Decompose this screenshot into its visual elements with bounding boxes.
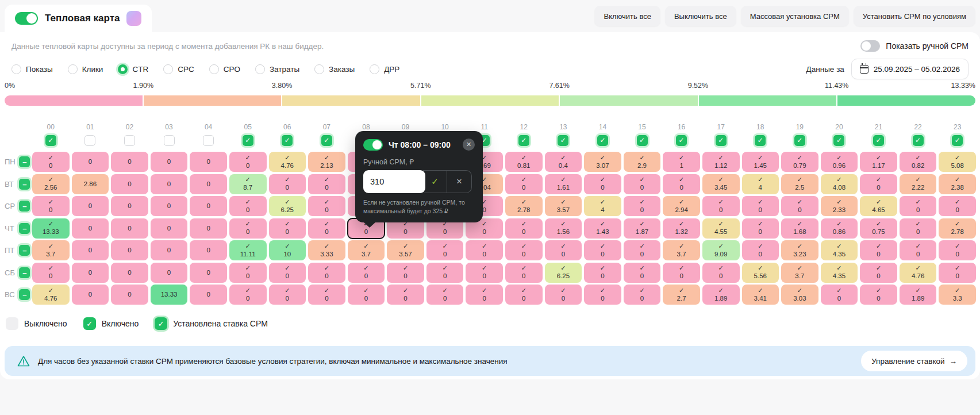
- hour-checkbox-20[interactable]: ✓: [833, 135, 844, 146]
- heatmap-cell-ПН-23[interactable]: ✓5.08: [939, 152, 976, 172]
- heatmap-cell-ПН-16[interactable]: ✓1: [663, 152, 700, 172]
- metric-radio-ctr[interactable]: CTR: [118, 64, 148, 74]
- heatmap-cell-ВТ-05[interactable]: ✓8.7: [229, 174, 267, 194]
- heatmap-cell-СР-13[interactable]: ✓3.57: [545, 196, 582, 216]
- metric-radio-заказы[interactable]: Заказы: [314, 64, 355, 74]
- heatmap-cell-ПТ-20[interactable]: ✓4.35: [821, 240, 858, 260]
- heatmap-cell-ВС-17[interactable]: ✓1.89: [702, 285, 740, 305]
- manage-bid-button[interactable]: Управление ставкой →: [861, 351, 967, 371]
- heatmap-cell-ПН-19[interactable]: ✓0.79: [781, 152, 818, 172]
- heatmap-cell-ПТ-04[interactable]: 0: [190, 240, 227, 260]
- heatmap-cell-СР-12[interactable]: ✓2.78: [505, 196, 543, 216]
- heatmap-cell-ВС-23[interactable]: ✓3.3: [939, 285, 976, 305]
- heatmap-cell-ПТ-12[interactable]: ✓0: [505, 240, 543, 260]
- manual-cpm-toggle[interactable]: [860, 40, 880, 52]
- heatmap-cell-ЧТ-01[interactable]: 0: [72, 218, 109, 239]
- metric-radio-дрр[interactable]: ДРР: [370, 64, 399, 74]
- toolbar-button-1[interactable]: Выключить все: [665, 6, 736, 26]
- date-range-picker[interactable]: 25.09.2025 – 05.02.2026: [851, 59, 969, 79]
- heatmap-cell-ЧТ-13[interactable]: ✓1.56: [545, 218, 582, 239]
- hour-checkbox-04[interactable]: [203, 135, 214, 146]
- heatmap-cell-СР-18[interactable]: ✓0: [742, 196, 779, 216]
- heatmap-tab[interactable]: Тепловая карта: [5, 5, 152, 32]
- hour-checkbox-18[interactable]: ✓: [755, 135, 766, 146]
- heatmap-cell-ПН-20[interactable]: ✓0.96: [821, 152, 858, 172]
- heatmap-cell-ВТ-17[interactable]: ✓3.45: [702, 174, 740, 194]
- heatmap-cell-СР-04[interactable]: 0: [190, 196, 227, 216]
- day-checkbox-СБ[interactable]: –: [19, 267, 30, 278]
- heatmap-cell-ВТ-18[interactable]: ✓4: [742, 174, 779, 194]
- heatmap-cell-ЧТ-15[interactable]: ✓1.87: [624, 218, 661, 239]
- heatmap-cell-ПТ-15[interactable]: ✓0: [624, 240, 661, 260]
- heatmap-cell-ВС-09[interactable]: ✓0: [387, 285, 424, 305]
- heatmap-cell-СР-23[interactable]: ✓0: [939, 196, 976, 216]
- hour-checkbox-21[interactable]: ✓: [873, 135, 884, 146]
- heatmap-cell-СБ-03[interactable]: 0: [151, 263, 188, 283]
- day-checkbox-ЧТ[interactable]: –: [19, 223, 30, 234]
- metric-radio-cpc[interactable]: CPC: [163, 64, 194, 74]
- heatmap-cell-ЧТ-04[interactable]: 0: [190, 218, 227, 239]
- heatmap-cell-ЧТ-23[interactable]: ✓2.78: [939, 218, 976, 239]
- heatmap-cell-ПТ-05[interactable]: ✓11.11: [229, 240, 267, 260]
- heatmap-cell-ВТ-12[interactable]: ✓0: [505, 174, 543, 194]
- hour-checkbox-16[interactable]: ✓: [676, 135, 687, 146]
- confirm-check-icon[interactable]: ✓: [423, 171, 447, 193]
- heatmap-cell-ПН-05[interactable]: ✓0: [229, 152, 267, 172]
- heatmap-cell-СР-07[interactable]: ✓0: [308, 196, 345, 216]
- heatmap-cell-СБ-16[interactable]: ✓0: [663, 263, 700, 283]
- heatmap-cell-ЧТ-12[interactable]: ✓0: [505, 218, 543, 239]
- heatmap-toggle[interactable]: [15, 12, 38, 25]
- heatmap-cell-СР-22[interactable]: ✓0: [900, 196, 937, 216]
- heatmap-cell-ПТ-01[interactable]: 0: [72, 240, 109, 260]
- heatmap-cell-ЧТ-06[interactable]: ✓0: [269, 218, 306, 239]
- heatmap-cell-ВС-15[interactable]: ✓0: [624, 285, 661, 305]
- heatmap-cell-ПН-00[interactable]: ✓0: [32, 152, 70, 172]
- heatmap-cell-ВТ-15[interactable]: ✓0: [624, 174, 661, 194]
- heatmap-cell-ЧТ-14[interactable]: ✓1.43: [584, 218, 621, 239]
- heatmap-cell-СБ-17[interactable]: ✓0: [702, 263, 740, 283]
- heatmap-cell-ПТ-17[interactable]: ✓9.09: [702, 240, 740, 260]
- heatmap-cell-СР-17[interactable]: ✓0: [702, 196, 740, 216]
- heatmap-cell-ЧТ-19[interactable]: ✓1.68: [781, 218, 818, 239]
- heatmap-cell-СР-00[interactable]: ✓0: [32, 196, 70, 216]
- heatmap-cell-ВС-07[interactable]: ✓0: [308, 285, 345, 305]
- metric-radio-cpo[interactable]: CPO: [209, 64, 240, 74]
- heatmap-cell-ВТ-01[interactable]: 2.86: [72, 174, 109, 194]
- heatmap-cell-СР-15[interactable]: ✓0: [624, 196, 661, 216]
- heatmap-cell-ПН-14[interactable]: ✓3.07: [584, 152, 621, 172]
- heatmap-cell-ПН-22[interactable]: ✓0.82: [900, 152, 937, 172]
- heatmap-cell-ЧТ-20[interactable]: ✓0.86: [821, 218, 858, 239]
- heatmap-cell-ВТ-06[interactable]: ✓0: [269, 174, 306, 194]
- heatmap-cell-ВТ-14[interactable]: ✓0: [584, 174, 621, 194]
- heatmap-cell-ВС-05[interactable]: ✓0: [229, 285, 267, 305]
- heatmap-cell-ЧТ-07[interactable]: ✓0: [308, 218, 345, 239]
- day-checkbox-СР[interactable]: –: [19, 201, 30, 212]
- heatmap-cell-СБ-06[interactable]: ✓0: [269, 263, 306, 283]
- heatmap-cell-ПТ-11[interactable]: ✓0: [466, 240, 503, 260]
- heatmap-cell-ВТ-13[interactable]: ✓1.61: [545, 174, 582, 194]
- popup-hour-toggle[interactable]: [363, 139, 383, 151]
- heatmap-cell-ПН-07[interactable]: ✓2.13: [308, 152, 345, 172]
- heatmap-cell-СБ-23[interactable]: ✓0: [939, 263, 976, 283]
- heatmap-cell-ВТ-03[interactable]: 0: [151, 174, 188, 194]
- heatmap-cell-ЧТ-03[interactable]: 0: [151, 218, 188, 239]
- heatmap-cell-ВС-10[interactable]: ✓0: [426, 285, 464, 305]
- heatmap-cell-СР-02[interactable]: 0: [111, 196, 148, 216]
- metric-radio-затраты[interactable]: Затраты: [255, 64, 299, 74]
- heatmap-cell-ВС-00[interactable]: ✓4.76: [32, 285, 70, 305]
- heatmap-cell-СБ-05[interactable]: ✓0: [229, 263, 267, 283]
- heatmap-cell-СБ-12[interactable]: ✓0: [505, 263, 543, 283]
- heatmap-cell-ПТ-19[interactable]: ✓3.23: [781, 240, 818, 260]
- metric-radio-показы[interactable]: Показы: [11, 64, 53, 74]
- heatmap-cell-ВТ-22[interactable]: ✓2.22: [900, 174, 937, 194]
- heatmap-cell-ПН-15[interactable]: ✓2.9: [624, 152, 661, 172]
- heatmap-cell-ПТ-00[interactable]: ✓3.7: [32, 240, 70, 260]
- heatmap-cell-СБ-07[interactable]: ✓0: [308, 263, 345, 283]
- heatmap-cell-ПТ-10[interactable]: ✓0: [426, 240, 464, 260]
- heatmap-cell-ПН-21[interactable]: ✓1.17: [860, 152, 897, 172]
- heatmap-cell-СР-03[interactable]: 0: [151, 196, 188, 216]
- heatmap-cell-ВТ-19[interactable]: ✓2.5: [781, 174, 818, 194]
- heatmap-cell-ПН-18[interactable]: ✓1.45: [742, 152, 779, 172]
- heatmap-cell-ВС-12[interactable]: ✓0: [505, 285, 543, 305]
- hour-checkbox-13[interactable]: ✓: [558, 135, 568, 146]
